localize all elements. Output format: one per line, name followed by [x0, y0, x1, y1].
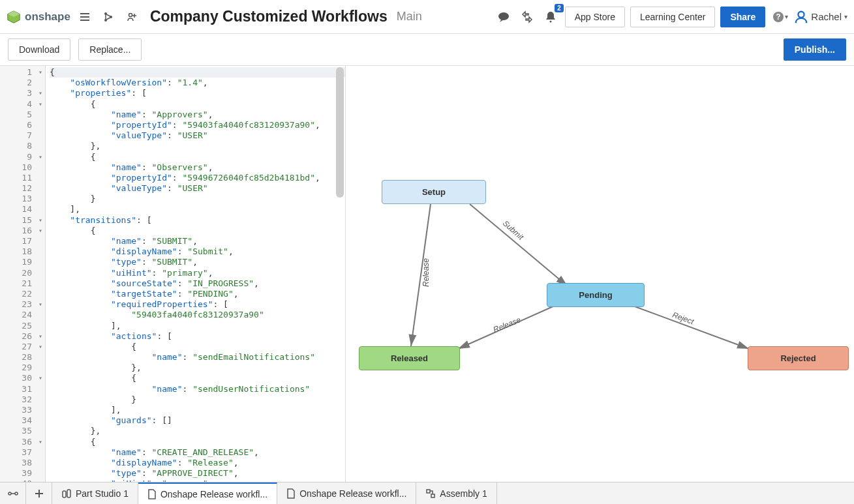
action-toolbar: Download Replace... Publish...: [0, 34, 854, 65]
code-line[interactable]: }: [50, 194, 345, 204]
code-line[interactable]: "propertyId": "59403fa4040fc83120937a90"…: [50, 120, 345, 130]
code-line[interactable]: ],: [50, 204, 345, 215]
code-line[interactable]: "name": "Approvers",: [50, 110, 345, 120]
code-line[interactable]: "propertyId": "59496726040fc85d2b4181bd"…: [50, 173, 345, 183]
code-line[interactable]: "name": "sendEmailNotifications": [50, 352, 345, 363]
line-number: 1: [0, 67, 45, 78]
download-button[interactable]: Download: [8, 38, 70, 61]
chevron-down-icon: ▾: [844, 13, 847, 20]
svg-point-6: [498, 12, 509, 20]
code-line[interactable]: ],: [50, 405, 345, 415]
code-line[interactable]: "displayName": "Submit",: [50, 246, 345, 257]
code-body[interactable]: { "osWorkflowVersion": "1.4", "propertie…: [46, 66, 345, 482]
code-line[interactable]: "59403fa4040fc83120937a90": [50, 310, 345, 320]
app-store-button[interactable]: App Store: [565, 7, 625, 27]
brand-logo[interactable]: onshape: [7, 10, 70, 24]
line-number: 6: [0, 120, 45, 130]
line-number: 19: [0, 257, 45, 267]
tab-label: Part Studio 1: [76, 488, 129, 499]
version-graph-icon[interactable]: [99, 8, 117, 26]
code-line[interactable]: {: [50, 99, 345, 110]
user-name: Rachel: [811, 11, 842, 22]
code-line[interactable]: "targetState": "PENDING",: [50, 289, 345, 299]
tab-manager-icon[interactable]: [0, 482, 26, 504]
tab-release-workflow-1[interactable]: Onshape Release workfl...: [138, 482, 277, 504]
line-number: 32: [0, 394, 45, 405]
code-line[interactable]: "displayName": "Release",: [50, 458, 345, 468]
code-line[interactable]: {: [50, 342, 345, 352]
tab-part-studio[interactable]: Part Studio 1: [52, 482, 138, 504]
node-setup[interactable]: Setup: [382, 180, 486, 204]
notifications-icon[interactable]: 2: [541, 8, 560, 26]
code-line[interactable]: {: [50, 152, 345, 162]
code-line[interactable]: "uiHint": "success",: [50, 479, 345, 482]
node-pending[interactable]: Pending: [547, 283, 645, 307]
code-line[interactable]: "type": "APPROVE_DIRECT",: [50, 468, 345, 479]
onshape-logo-icon: [7, 10, 21, 24]
line-number: 37: [0, 447, 45, 458]
line-number: 38: [0, 458, 45, 468]
code-line[interactable]: "transitions": [: [50, 215, 345, 226]
workflow-diagram[interactable]: Setup Pending Released Rejected Submit R…: [346, 66, 854, 482]
line-number: 35: [0, 426, 45, 436]
avatar-icon: [794, 10, 808, 24]
code-line[interactable]: "uiHint": "primary",: [50, 268, 345, 278]
document-icon: [286, 488, 296, 499]
line-number: 13: [0, 194, 45, 204]
code-line[interactable]: ],: [50, 321, 345, 331]
code-line[interactable]: {: [50, 226, 345, 236]
line-number: 5: [0, 110, 45, 120]
code-line[interactable]: "sourceState": "IN_PROGRESS",: [50, 278, 345, 289]
code-line[interactable]: {: [50, 437, 345, 447]
line-number: 34: [0, 415, 45, 426]
replace-button[interactable]: Replace...: [78, 38, 142, 61]
code-line[interactable]: },: [50, 426, 345, 436]
code-line[interactable]: "guards": []: [50, 415, 345, 426]
svg-point-16: [15, 492, 18, 495]
code-line[interactable]: "name": "CREATE_AND_RELEASE",: [50, 447, 345, 458]
code-line[interactable]: "properties": [: [50, 88, 345, 98]
code-line[interactable]: "actions": [: [50, 331, 345, 342]
code-line[interactable]: {: [50, 373, 345, 383]
code-line[interactable]: }: [50, 394, 345, 405]
node-released[interactable]: Released: [359, 346, 460, 370]
comment-icon[interactable]: [495, 8, 513, 26]
tab-release-workflow-2[interactable]: Onshape Release workfl...: [277, 482, 416, 504]
code-line[interactable]: "type": "SUBMIT",: [50, 257, 345, 267]
document-title: Company Customized Workflows: [150, 8, 388, 25]
compare-icon[interactable]: [518, 8, 536, 26]
line-number: 23: [0, 299, 45, 310]
code-line[interactable]: "requiredProperties": [: [50, 299, 345, 310]
line-number: 25: [0, 321, 45, 331]
node-rejected[interactable]: Rejected: [748, 346, 849, 370]
line-number: 40: [0, 479, 45, 482]
code-line[interactable]: "name": "Observers",: [50, 162, 345, 173]
svg-point-15: [8, 492, 11, 495]
code-line[interactable]: "osWorkflowVersion": "1.4",: [50, 78, 345, 88]
code-line[interactable]: "name": "SUBMIT",: [50, 236, 345, 246]
user-menu[interactable]: Rachel ▾: [794, 10, 847, 24]
tab-bar: Part Studio 1 Onshape Release workfl... …: [0, 482, 854, 504]
code-line[interactable]: },: [50, 141, 345, 151]
add-tab-icon[interactable]: [26, 482, 52, 504]
code-line[interactable]: },: [50, 363, 345, 373]
scrollbar-thumb[interactable]: [336, 67, 344, 198]
insert-icon[interactable]: [123, 8, 141, 26]
main-split: 1234567891011121314151617181920212223242…: [0, 65, 854, 482]
share-button[interactable]: Share: [720, 7, 765, 27]
menu-icon[interactable]: [76, 8, 94, 26]
code-line[interactable]: {: [50, 67, 345, 78]
line-number: 20: [0, 268, 45, 278]
branch-name[interactable]: Main: [397, 10, 422, 23]
learning-center-button[interactable]: Learning Center: [630, 7, 715, 27]
help-icon[interactable]: ? ▾: [770, 8, 789, 26]
document-icon: [147, 489, 157, 499]
code-editor[interactable]: 1234567891011121314151617181920212223242…: [0, 66, 346, 482]
publish-button[interactable]: Publish...: [784, 38, 846, 61]
line-number: 31: [0, 384, 45, 394]
code-line[interactable]: "name": "sendUserNotifications": [50, 384, 345, 394]
part-studio-icon: [61, 488, 72, 499]
tab-assembly[interactable]: Assembly 1: [416, 482, 496, 504]
code-line[interactable]: "valueType": "USER": [50, 130, 345, 141]
code-line[interactable]: "valueType": "USER": [50, 183, 345, 194]
